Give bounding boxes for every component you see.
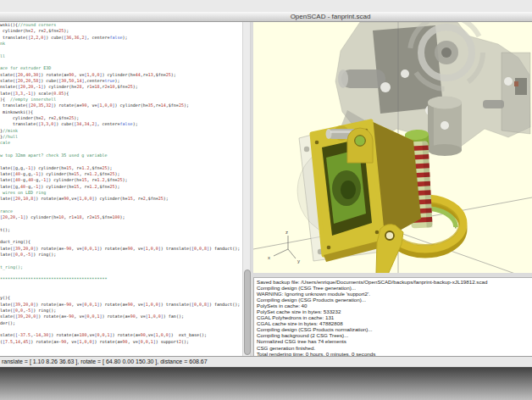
code-line: }//mink (0, 128, 242, 134)
code-line: ****************************************… (0, 276, 242, 282)
code-line: [20,20,-1]) cylinder(h=10, r1=18, r2=15,… (0, 214, 242, 220)
code-line: late([g,40-g,-1]) cylinder(h=15, r=1.2,$… (0, 184, 242, 190)
window-title: OpenSCAD - fanprint.scad (256, 12, 405, 21)
viewport-status-text: ranslate = [ 1.10 8.26 36.63 ], rotate =… (2, 358, 208, 364)
code-line: t_ring(); (0, 264, 242, 270)
code-line (0, 283, 242, 289)
console-line: Normalized CSG tree has 74 elements (257, 338, 532, 344)
code-line (0, 47, 242, 53)
code-line: cylinder(h=2, r=2,$fn=25); (0, 115, 242, 121)
desktop-background-top (0, 0, 532, 12)
console-line: Saved backup file: /Users/enrique/Docume… (257, 279, 532, 285)
code-line: t(); (0, 227, 242, 233)
code-line: w top 32mm apart? check 35 used g variab… (0, 153, 242, 158)
console-line: Compiling design (CSG Products normaliza… (257, 326, 532, 332)
code-line (0, 221, 242, 227)
code-line: late([g,g,-1]) cylinder(h=15, r=1.2,$fn=… (0, 165, 242, 171)
code-line: minkowski(){ (0, 109, 242, 115)
code-line: y(){ (0, 295, 242, 301)
code-line: wski(){//round corners (0, 22, 242, 28)
code-line: late([40-g,40-g,-1]) cylinder(h=15, r=1.… (0, 177, 242, 183)
code-line (0, 59, 242, 65)
code-line: slate([39,20,0]) rotate(a=-90, v=[0,0,1]… (0, 314, 242, 319)
editor-scrollbar[interactable] (242, 22, 251, 356)
code-line: translate([2,2,0]) cube([36,36,2], cente… (0, 35, 242, 41)
code-line: late([0,0,-5]) ring(); (0, 252, 242, 258)
desktop-background-bottom (0, 368, 532, 400)
main-area: wski(){//round corners cylinder(h=2, r=2… (0, 22, 532, 356)
code-line: late([20,10,8]) rotate(a=90,v=[1,0,0]) c… (0, 196, 242, 202)
code-line: late([39,20,0]) rotate(a=-90, v=[0,0,1])… (0, 302, 242, 308)
code-line: cale (0, 140, 242, 146)
code-line: ([7.5,14,45]) rotate(a=-90, v=[1,0,0]) r… (0, 339, 242, 345)
code-line: late([0,0,-5]) ring(); (0, 308, 242, 314)
code-line: slate([20,20,58]) cube([30,50,14],center… (0, 78, 242, 84)
3d-viewport[interactable]: z x y (253, 22, 532, 273)
console-log[interactable]: Saved backup file: /Users/enrique/Docume… (253, 277, 532, 357)
axis-label-z: z (285, 230, 288, 235)
code-line (0, 270, 242, 276)
code-line: translate([3,3,0]) cube([34,34,2], cente… (0, 121, 242, 127)
code-line (0, 289, 242, 295)
axis-label-y: y (297, 258, 300, 264)
code-line: late([39,20,0]) rotate(a=-90, v=[0,0,1])… (0, 246, 242, 252)
code-line: }//hull (0, 134, 242, 140)
code-editor[interactable]: wski(){//round corners cylinder(h=2, r=2… (0, 22, 242, 356)
code-line (0, 158, 242, 164)
console-line: CGAL Polyhedrons in cache: 131 (257, 314, 532, 320)
console-line: Compiling design (CSG Products generatio… (257, 297, 532, 303)
code-line: nslate([20,20,-1]) cylinder(h=28, r1=18,… (0, 84, 242, 90)
code-line: der(); (0, 320, 242, 326)
code-line: slate([20,40,30]) rotate(a=90, v=[1,0,0]… (0, 72, 242, 78)
code-line: slate([-37.5,-14,30]) rotate(a=180,v=[0,… (0, 332, 242, 338)
axis-label-x: x (268, 255, 270, 260)
right-panel: z x y (253, 22, 532, 356)
window-titlebar[interactable]: OpenSCAD - fanprint.scad (0, 12, 532, 22)
code-line: cylinder(h=2, r=2,$fn=25); (0, 28, 242, 34)
code-line: ace for extruder E3D (0, 65, 242, 71)
console-line: Compiling background (2 CSG Trees)... (257, 332, 532, 338)
code-line (0, 326, 242, 332)
console-line: Compiling design (CSG Tree generation)..… (257, 285, 532, 291)
code-line: nk (0, 41, 242, 47)
code-line (0, 203, 242, 208)
console-line: CSG generation finished. (257, 345, 532, 351)
console-line: WARNING: Ignoring unknown module 'suppor… (257, 291, 532, 297)
code-line: wires on LED ring (0, 190, 242, 196)
code-line: duct_ring(){ (0, 239, 242, 245)
code-line: rance (0, 208, 242, 214)
code-line (0, 258, 242, 264)
console-line: PolySets in cache: 40 (257, 303, 532, 308)
code-line: ){ //empty innershell (0, 97, 242, 103)
console-line: CGAL cache size in bytes: 47882808 (257, 320, 532, 326)
code-line: translate([20,35,32]) rotate(a=90, v=[1,… (0, 103, 242, 108)
code-line: late([3,3,-1]) scale(0.85){ (0, 91, 242, 97)
editor-scrollbar-thumb[interactable] (244, 269, 251, 355)
status-bar: ranslate = [ 1.10 8.26 36.63 ], rotate =… (0, 356, 532, 368)
code-line (0, 147, 242, 153)
console-line: PolySet cache size in bytes: 533232 (257, 308, 532, 314)
code-line: ll (0, 53, 242, 59)
code-line: late([40-g,g,-1]) cylinder(h=15, r=1.2,$… (0, 171, 242, 177)
code-line (0, 233, 242, 239)
